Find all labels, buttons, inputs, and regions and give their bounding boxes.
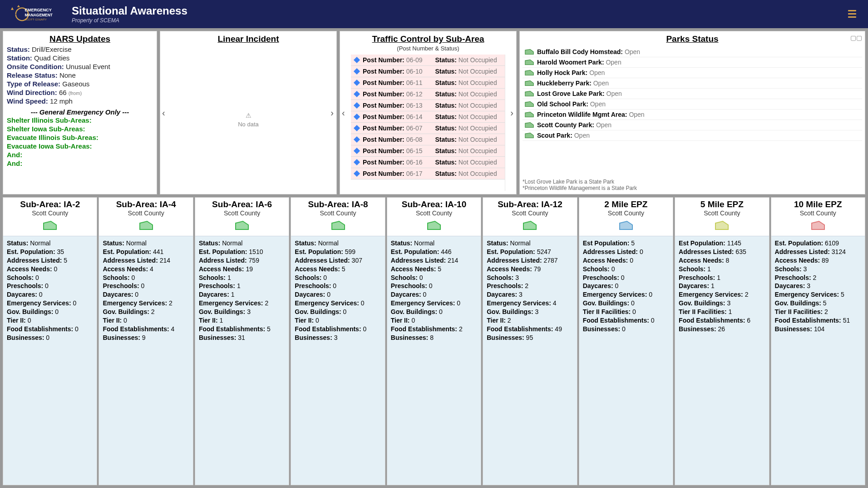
stat-row: Addresses Listed: 3124: [775, 248, 861, 256]
park-row[interactable]: Scout Park: Open: [523, 130, 862, 141]
stat-row: Businesses: 9: [103, 334, 189, 342]
diamond-icon: [354, 125, 360, 131]
park-row[interactable]: Scott County Park: Open: [523, 120, 862, 130]
traffic-post-row[interactable]: Post Number: 06-07 Status: Not Occupied: [351, 123, 505, 134]
no-data-text: No data: [238, 121, 259, 128]
card-stats: Est Population: 1145Addresses Listed: 63…: [675, 236, 769, 485]
stat-row: Gov. Buildings: 2: [103, 308, 189, 316]
traffic-post-row[interactable]: Post Number: 06-14 Status: Not Occupied: [351, 111, 505, 123]
nars-emergency-line: Evacuate Illinois Sub-Areas:: [3, 133, 157, 142]
page-title: Situational Awareness: [72, 5, 187, 17]
traffic-post-row[interactable]: Post Number: 06-10 Status: Not Occupied: [351, 66, 505, 77]
stat-row: Businesses: 104: [775, 325, 861, 334]
stat-row: Businesses: 8: [391, 334, 477, 342]
nars-emergency-line: And:: [3, 159, 157, 168]
traffic-prev-arrow[interactable]: ‹: [342, 108, 345, 118]
stat-row: Addresses Listed: 214: [103, 256, 189, 265]
diamond-icon: [354, 57, 360, 63]
stat-row: Addresses Listed: 214: [391, 256, 477, 265]
stat-row: Est. Population: 6109: [775, 239, 861, 248]
stat-row: Daycares: 0: [295, 290, 381, 299]
zone-shape-icon: [99, 217, 192, 236]
card-county: Scott County: [771, 209, 865, 217]
stat-row: Schools: 0: [391, 274, 477, 282]
diamond-icon: [354, 148, 360, 154]
stat-row: Emergency Services: 5: [775, 290, 861, 299]
traffic-list[interactable]: Post Number: 06-09 Status: Not Occupied …: [351, 55, 505, 191]
expand-icon[interactable]: ▢▢: [850, 34, 862, 41]
traffic-post-row[interactable]: Post Number: 06-08 Status: Not Occupied: [351, 134, 505, 145]
park-row[interactable]: Old School Park: Open: [523, 99, 862, 110]
prev-arrow[interactable]: ‹: [162, 108, 165, 118]
card-county: Scott County: [579, 209, 673, 217]
stat-row: Access Needs: 0: [583, 256, 669, 265]
traffic-post-row[interactable]: Post Number: 06-09 Status: Not Occupied: [351, 55, 505, 66]
nars-row: Status: Drill/Exercise: [3, 45, 157, 54]
stat-row: Status: Normal: [103, 239, 189, 248]
stat-row: Emergency Services: 0: [7, 299, 93, 308]
park-shape-icon: [524, 48, 534, 55]
stat-row: Businesses: 95: [487, 334, 573, 342]
park-row[interactable]: Lost Grove Lake Park: Open: [523, 89, 862, 99]
stat-row: Schools: 0: [103, 274, 189, 282]
stat-row: Gov. Buildings: 5: [775, 299, 861, 308]
stat-row: Est. Population: 5247: [487, 248, 573, 256]
stat-row: Tier II: 2: [487, 316, 573, 325]
stat-row: Tier II: 1: [199, 316, 285, 325]
park-shape-icon: [524, 111, 534, 118]
subarea-card: Sub-Area: IA-12 Scott County Status: Nor…: [483, 197, 577, 485]
stat-row: Businesses: 3: [295, 334, 381, 342]
zone-shape-icon: [195, 217, 289, 236]
park-shape-icon: [524, 90, 534, 97]
traffic-post-row[interactable]: Post Number: 06-16 Status: Not Occupied: [351, 157, 505, 168]
stat-row: Est. Population: 1510: [199, 248, 285, 256]
subarea-card: 2 Mile EPZ Scott County Est Population: …: [579, 197, 673, 485]
stat-row: Food Establishments: 5: [199, 325, 285, 334]
stat-row: Gov. Buildings: 3: [679, 299, 765, 308]
traffic-control-panel: Traffic Control by Sub-Area (Post Number…: [340, 31, 517, 194]
menu-button[interactable]: [848, 8, 856, 20]
park-row[interactable]: Huckleberry Park: Open: [523, 78, 862, 89]
subarea-card: Sub-Area: IA-8 Scott County Status: Norm…: [291, 197, 385, 485]
svg-text:EMERGENCY: EMERGENCY: [25, 8, 52, 12]
stat-row: Preschools: 1: [199, 282, 285, 290]
stat-row: Emergency Services: 4: [487, 299, 573, 308]
traffic-post-row[interactable]: Post Number: 06-15 Status: Not Occupied: [351, 145, 505, 157]
card-county: Scott County: [483, 209, 577, 217]
stat-row: Gov. Buildings: 3: [199, 308, 285, 316]
card-title: Sub-Area: IA-12: [483, 198, 577, 209]
stat-row: Daycares: 0: [7, 290, 93, 299]
stat-row: Gov. Buildings: 0: [295, 308, 381, 316]
svg-marker-1: [17, 5, 20, 7]
traffic-next-arrow[interactable]: ›: [510, 108, 513, 118]
traffic-post-row[interactable]: Post Number: 06-17 Status: Not Occupied: [351, 168, 505, 179]
diamond-icon: [354, 102, 360, 109]
stat-row: Tier II: 0: [295, 316, 381, 325]
park-row[interactable]: Princeton Wildlife Mgmt Area: Open: [523, 110, 862, 120]
stat-row: Schools: 1: [199, 274, 285, 282]
stat-row: Schools: 0: [295, 274, 381, 282]
stat-row: Food Establishments: 0: [7, 325, 93, 334]
stat-row: Preschools: 0: [391, 282, 477, 290]
title-block: Situational Awareness Property of SCEMA: [72, 5, 187, 24]
stat-row: Schools: 0: [7, 274, 93, 282]
stat-row: Tier II Facilities: 2: [775, 308, 861, 316]
card-stats: Status: NormalEst. Population: 446Addres…: [387, 236, 481, 485]
stat-row: Gov. Buildings: 3: [487, 308, 573, 316]
stat-row: Schools: 0: [583, 265, 669, 274]
svg-marker-0: [11, 7, 14, 10]
park-row[interactable]: Harold Woomert Park: Open: [523, 57, 862, 68]
nars-panel: NARS Updates Status: Drill/ExerciseStati…: [3, 31, 157, 194]
traffic-post-row[interactable]: Post Number: 06-11 Status: Not Occupied: [351, 77, 505, 89]
card-title: Sub-Area: IA-10: [387, 198, 481, 209]
park-row[interactable]: Buffalo Bill Cody Homstead: Open: [523, 47, 862, 57]
stat-row: Businesses: 0: [7, 334, 93, 342]
card-county: Scott County: [291, 209, 385, 217]
parks-status-panel: ▢▢ Parks Status Buffalo Bill Cody Homste…: [519, 31, 865, 194]
linear-incident-panel: Linear Incident ‹ › ⚠ No data: [160, 31, 337, 194]
park-row[interactable]: Holly Hock Park: Open: [523, 68, 862, 78]
next-arrow[interactable]: ›: [330, 108, 334, 118]
traffic-post-row[interactable]: Post Number: 06-13 Status: Not Occupied: [351, 100, 505, 111]
card-title: 10 Mile EPZ: [771, 198, 865, 209]
traffic-post-row[interactable]: Post Number: 06-12 Status: Not Occupied: [351, 89, 505, 100]
